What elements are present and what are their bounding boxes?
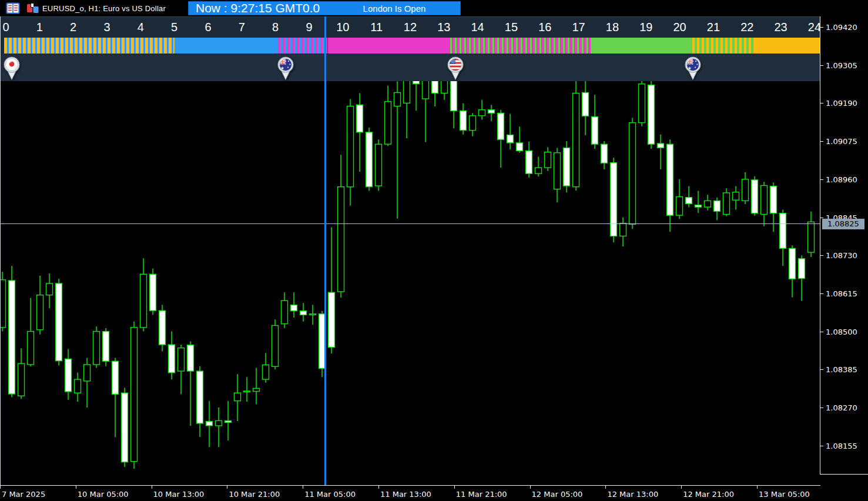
candle <box>714 198 720 221</box>
candle <box>197 366 203 437</box>
time-tick <box>605 485 606 489</box>
hour-label-0: 0 <box>2 21 9 34</box>
time-tick-label: 13 Mar 05:00 <box>759 490 810 499</box>
candle <box>808 211 815 257</box>
candle <box>178 345 185 394</box>
price-tick <box>820 179 823 180</box>
hour-label-21: 21 <box>707 21 720 34</box>
session-segment-sydney-tokyo-overlap <box>4 38 175 54</box>
hour-label-7: 7 <box>239 21 245 34</box>
candle <box>131 322 138 469</box>
candle <box>244 377 250 402</box>
candle <box>122 388 128 467</box>
candle <box>366 128 373 191</box>
candle <box>441 81 448 100</box>
hour-label-10: 10 <box>336 21 349 34</box>
candle <box>432 81 438 106</box>
candle <box>648 81 655 149</box>
current-price-label: 1.08825 <box>822 219 864 229</box>
hour-ruler: 0123456789101112131415161718192021222324 <box>0 16 820 37</box>
price-tick <box>820 446 823 446</box>
session-segment-tokyo-london-overlap <box>276 38 328 54</box>
price-tick-label: 1.08730 <box>826 251 857 260</box>
candle <box>357 93 363 172</box>
price-tick <box>820 218 823 218</box>
candle <box>347 99 354 206</box>
candle <box>329 227 335 353</box>
time-tick-label: 11 Mar 05:00 <box>304 490 356 499</box>
session-clock-panel[interactable]: Now : 9:27:15 GMT0.0 London Is Open <box>188 1 461 15</box>
candle <box>676 179 683 219</box>
price-tick-label: 1.08500 <box>826 327 857 336</box>
hour-label-17: 17 <box>572 21 585 34</box>
time-tick <box>0 485 1 489</box>
session-segment-newyork-sydney-overlap <box>690 38 756 54</box>
hour-label-2: 2 <box>70 21 76 34</box>
time-tick <box>227 485 227 489</box>
candle <box>394 81 401 218</box>
candle <box>582 81 589 135</box>
time-tick-label: 10 Mar 05:00 <box>78 490 129 499</box>
candle <box>103 328 109 366</box>
price-tick <box>820 65 823 66</box>
candle <box>761 182 768 226</box>
current-price-line <box>0 223 820 224</box>
candle <box>404 81 410 138</box>
price-tick <box>820 27 823 28</box>
candle <box>488 105 495 121</box>
price-tick <box>820 293 823 294</box>
candle <box>620 218 626 247</box>
candle <box>733 186 739 210</box>
candle <box>742 172 749 204</box>
session-segment-sydney <box>756 38 820 54</box>
hour-label-1: 1 <box>36 21 43 34</box>
candle <box>545 147 551 171</box>
candle <box>150 269 156 315</box>
time-tick <box>76 485 76 489</box>
price-axis[interactable]: 1.094201.093051.091901.090751.089601.088… <box>820 16 868 475</box>
now-clock-label: Now : 9:27:15 GMT0.0 <box>196 1 320 15</box>
chart-shortcut-icon <box>26 2 40 16</box>
candle <box>225 401 232 441</box>
time-tick-label: 10 Mar 13:00 <box>153 490 205 499</box>
candle <box>28 298 34 366</box>
time-tick-label: 12 Mar 21:00 <box>683 490 734 499</box>
candle <box>658 135 664 169</box>
candle <box>281 292 288 328</box>
time-tick <box>152 485 152 489</box>
candle <box>667 139 673 232</box>
session-segment-london-newyork-overlap <box>447 38 591 54</box>
time-tick <box>681 485 682 489</box>
candle <box>112 358 119 437</box>
candle <box>799 255 805 301</box>
candle <box>723 188 730 216</box>
candle <box>470 113 476 136</box>
hour-label-14: 14 <box>471 21 484 34</box>
symbol-title: EURUSD_o, H1: Euro vs US Dollar <box>42 4 166 13</box>
time-tick <box>303 485 303 489</box>
hour-label-9: 9 <box>306 21 312 34</box>
candlestick-chart[interactable] <box>0 81 820 485</box>
time-tick-label: 11 Mar 13:00 <box>380 490 431 499</box>
candle <box>639 81 645 126</box>
candle <box>451 81 457 128</box>
candle <box>554 148 561 202</box>
time-tick-label: 12 Mar 13:00 <box>607 490 658 499</box>
candle <box>263 353 269 383</box>
hour-label-23: 23 <box>774 21 787 34</box>
session-segment-newyork <box>591 38 690 54</box>
candle <box>93 326 100 368</box>
candle <box>573 81 579 191</box>
candle <box>216 408 222 447</box>
chart-title-bar: EURUSD_o, H1: Euro vs US Dollar Now : 9:… <box>0 0 868 16</box>
time-axis[interactable]: 7 Mar 202510 Mar 05:0010 Mar 13:0010 Mar… <box>0 485 868 501</box>
price-tick-label: 1.08960 <box>826 175 857 183</box>
candle <box>18 348 25 399</box>
japan-flag-pin <box>2 56 22 83</box>
candle <box>413 81 420 111</box>
candle <box>517 126 523 152</box>
time-tick <box>757 485 758 489</box>
journal-icon <box>6 2 20 16</box>
candle <box>338 155 344 298</box>
hour-label-3: 3 <box>103 21 110 34</box>
